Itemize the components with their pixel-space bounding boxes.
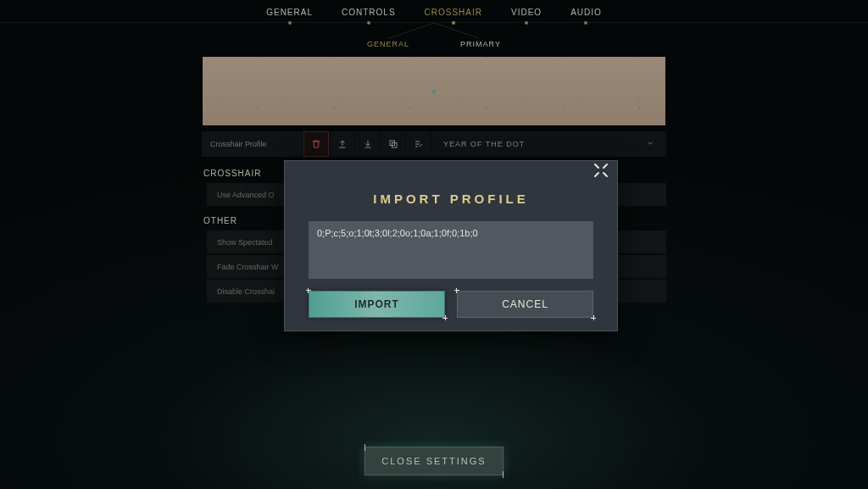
- modal-button-row: IMPORT CANCEL: [285, 279, 617, 318]
- close-settings-label: CLOSE SETTINGS: [381, 456, 486, 466]
- cancel-button-label: CANCEL: [502, 298, 548, 310]
- import-button-label: IMPORT: [354, 298, 399, 310]
- import-profile-modal: IMPORT PROFILE 0;P;c;5;o;1;0t;3;0l;2;0o;…: [284, 160, 618, 331]
- modal-close-button[interactable]: [590, 159, 612, 181]
- close-icon: [591, 160, 611, 181]
- profile-code-input[interactable]: 0;P;c;5;o;1;0t;3;0l;2;0o;1;0a;1;0f;0;1b;…: [309, 221, 593, 279]
- modal-title: IMPORT PROFILE: [285, 161, 617, 206]
- close-settings-button[interactable]: CLOSE SETTINGS: [364, 447, 504, 475]
- import-button[interactable]: IMPORT: [309, 291, 445, 318]
- cancel-button[interactable]: CANCEL: [457, 291, 593, 318]
